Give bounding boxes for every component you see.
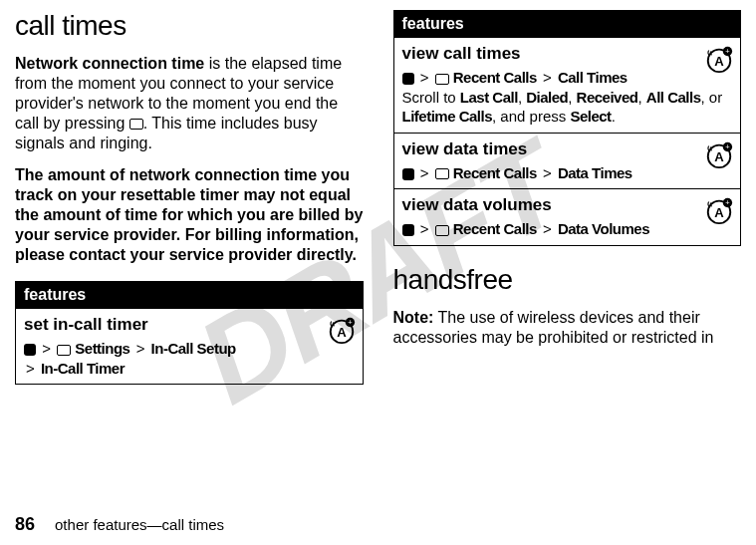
- lbl-recent-calls-2: Recent Calls: [453, 164, 537, 181]
- lbl-press: , and press: [492, 108, 570, 125]
- path-view-data-volumes: > Recent Calls > Data Volumes: [402, 219, 733, 239]
- features-header-left: features: [16, 282, 364, 309]
- accessibility-badge-icon: A+: [704, 195, 734, 225]
- svg-text:+: +: [725, 198, 730, 207]
- features-table-right: features A+ view call times > Recent Cal…: [393, 10, 742, 246]
- features-table-left: features A+ set in-call timer > Settings…: [15, 281, 364, 385]
- accessibility-badge-icon: A+: [704, 44, 734, 74]
- heading-call-times: call times: [15, 10, 364, 42]
- billing-disclaimer: The amount of network connection time yo…: [15, 165, 364, 265]
- row-set-in-call-timer: A+ set in-call timer > Settings > In-Cal…: [16, 309, 364, 385]
- center-key-icon: [402, 168, 414, 180]
- svg-text:+: +: [725, 47, 730, 56]
- accessibility-badge-icon: A+: [327, 315, 357, 345]
- page-footer: 86other features—call times: [15, 514, 224, 535]
- desc-view-call-times: Scroll to Last Call, Dialed, Received, A…: [402, 88, 733, 127]
- path-in-call-timer: > Settings > In-Call Setup > In-Call Tim…: [24, 339, 355, 378]
- left-column: call times Network connection time is th…: [15, 10, 364, 468]
- path-view-data-times: > Recent Calls > Data Times: [402, 163, 733, 183]
- recent-calls-menu-icon: [435, 168, 449, 179]
- lbl-incall-setup: In-Call Setup: [151, 340, 236, 357]
- right-column: features A+ view call times > Recent Cal…: [393, 10, 742, 468]
- row-view-call-times: A+ view call times > Recent Calls > Call…: [393, 38, 741, 134]
- svg-text:+: +: [348, 318, 353, 327]
- desc-pre: Scroll to: [402, 89, 460, 106]
- svg-text:+: +: [725, 142, 730, 151]
- lbl-recent-calls-1: Recent Calls: [453, 69, 537, 86]
- lbl-last-call: Last Call: [460, 89, 518, 106]
- lbl-call-times: Call Times: [558, 69, 628, 86]
- accessibility-badge-icon: A+: [704, 139, 734, 169]
- center-key-icon: [402, 73, 414, 85]
- lbl-data-times: Data Times: [558, 164, 632, 181]
- lbl-lifetime: Lifetime Calls: [402, 108, 493, 125]
- page-number: 86: [15, 514, 35, 534]
- lbl-settings: Settings: [75, 340, 129, 357]
- handsfree-note: Note: The use of wireless devices and th…: [393, 308, 742, 348]
- center-key-icon: [24, 344, 36, 356]
- note-text: The use of wireless devices and their ac…: [393, 309, 714, 346]
- lbl-all-calls: All Calls: [646, 89, 701, 106]
- row-view-data-times: A+ view data times > Recent Calls > Data…: [393, 133, 741, 189]
- lbl-data-volumes: Data Volumes: [558, 220, 649, 237]
- lbl-period: .: [612, 108, 616, 125]
- network-connection-paragraph: Network connection time is the elapsed t…: [15, 54, 364, 153]
- footer-text: other features—call times: [55, 516, 224, 533]
- svg-text:A: A: [337, 325, 347, 340]
- settings-menu-icon: [57, 345, 71, 356]
- page-columns: call times Network connection time is th…: [0, 0, 756, 478]
- lbl-received: Received: [577, 89, 638, 106]
- feat-title-view-data-times: view data times: [402, 139, 733, 159]
- feat-title-view-call-times: view call times: [402, 44, 733, 64]
- lbl-incall-timer: In-Call Timer: [41, 360, 125, 377]
- lbl-recent-calls-3: Recent Calls: [453, 220, 537, 237]
- row-view-data-volumes: A+ view data volumes > Recent Calls > Da…: [393, 189, 741, 246]
- svg-text:A: A: [714, 148, 724, 163]
- note-label: Note:: [393, 309, 434, 326]
- feat-title-in-call-timer: set in-call timer: [24, 315, 355, 335]
- heading-handsfree: handsfree: [393, 264, 742, 296]
- recent-calls-menu-icon: [435, 225, 449, 236]
- feat-title-view-data-volumes: view data volumes: [402, 195, 733, 215]
- recent-calls-menu-icon: [435, 74, 449, 85]
- svg-text:A: A: [714, 54, 724, 69]
- svg-text:A: A: [714, 205, 724, 220]
- lbl-select: Select: [570, 108, 611, 125]
- center-key-icon: [402, 224, 414, 236]
- lbl-dialed: Dialed: [526, 89, 568, 106]
- path-view-call-times: > Recent Calls > Call Times: [402, 68, 733, 88]
- nct-bold: Network connection time: [15, 55, 204, 72]
- end-key-icon: [129, 119, 143, 130]
- lbl-or: , or: [701, 89, 723, 106]
- features-header-right: features: [393, 11, 741, 38]
